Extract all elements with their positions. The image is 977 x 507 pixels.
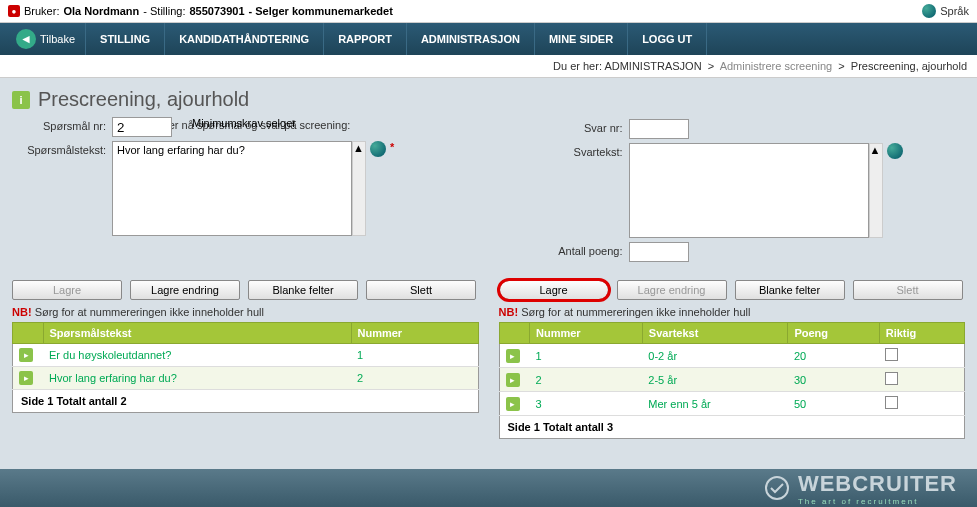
answers-table: Nummer Svartekst Poeng Riktig ▸ 1 0-2 år… bbox=[499, 322, 966, 416]
arrow-right-icon: ▸ bbox=[19, 348, 33, 362]
nb-prefix-a: NB! bbox=[499, 306, 519, 318]
tab-logg-ut[interactable]: LOGG UT bbox=[627, 23, 707, 55]
q-text: Hvor lang erfaring har du? bbox=[43, 367, 351, 390]
col-svartekst: Svartekst bbox=[642, 323, 788, 344]
lagre-endring-button-a[interactable]: Lagre endring bbox=[617, 280, 727, 300]
blanke-felter-button-a[interactable]: Blanke felter bbox=[735, 280, 845, 300]
bc-screening[interactable]: Administrere screening bbox=[720, 60, 833, 72]
q-num: 2 bbox=[351, 367, 478, 390]
translate-icon-r[interactable] bbox=[887, 143, 903, 159]
nb-warning-q: NB! Sørg for at nummereringen ikke inneh… bbox=[12, 306, 479, 318]
a-text: Mer enn 5 år bbox=[642, 392, 788, 416]
back-button[interactable]: ◄ Tilbake bbox=[6, 29, 85, 49]
main-nav: ◄ Tilbake STILLING KANDIDATHÅNDTERING RA… bbox=[0, 23, 977, 55]
svartekst-input[interactable] bbox=[629, 143, 869, 238]
col-nummer-a: Nummer bbox=[530, 323, 643, 344]
scroll-indicator-r: ▲ bbox=[869, 143, 883, 238]
footer: WEBCRUITER The art of recruitment bbox=[0, 469, 977, 507]
stilling-id: 855073901 bbox=[189, 5, 244, 17]
info-icon: i bbox=[12, 91, 30, 109]
tab-kandidat[interactable]: KANDIDATHÅNDTERING bbox=[164, 23, 323, 55]
a-text: 0-2 år bbox=[642, 344, 788, 368]
tab-admin[interactable]: ADMINISTRASJON bbox=[406, 23, 534, 55]
arrow-right-icon: ▸ bbox=[506, 373, 520, 387]
table-row[interactable]: ▸ 2 2-5 år 30 bbox=[499, 368, 965, 392]
translate-icon[interactable] bbox=[370, 141, 386, 157]
sporsmal-nr-input[interactable] bbox=[112, 117, 172, 137]
col-riktig: Riktig bbox=[879, 323, 964, 344]
scroll-indicator: ▲ bbox=[352, 141, 366, 236]
lagre-endring-button-q[interactable]: Lagre endring bbox=[130, 280, 240, 300]
a-poeng: 30 bbox=[788, 368, 879, 392]
bruker-name: Ola Nordmann bbox=[63, 5, 139, 17]
table-row[interactable]: ▸ 1 0-2 år 20 bbox=[499, 344, 965, 368]
table-row[interactable]: ▸ 3 Mer enn 5 år 50 bbox=[499, 392, 965, 416]
bc-prefix: Du er her: bbox=[553, 60, 602, 72]
a-num: 3 bbox=[530, 392, 643, 416]
language-selector[interactable]: Språk bbox=[922, 4, 969, 18]
sporsmalstekst-label: Spørsmålstekst: bbox=[12, 141, 112, 156]
globe-icon bbox=[922, 4, 936, 18]
col-nummer: Nummer bbox=[351, 323, 478, 344]
a-text: 2-5 år bbox=[642, 368, 788, 392]
svartekst-label: Svartekst: bbox=[499, 143, 629, 158]
svar-nr-label: Svar nr: bbox=[499, 119, 629, 134]
page-title-row: i Prescreening, ajourhold bbox=[12, 88, 965, 111]
a-poeng: 50 bbox=[788, 392, 879, 416]
q-text: Er du høyskoleutdannet? bbox=[43, 344, 351, 367]
nb-warning-a: NB! Sørg for at nummereringen ikke inneh… bbox=[499, 306, 966, 318]
col-sporsmalstekst: Spørsmålstekst bbox=[43, 323, 351, 344]
language-label: Språk bbox=[940, 5, 969, 17]
svar-nr-input[interactable] bbox=[629, 119, 689, 139]
user-bar: ● Bruker: Ola Nordmann - Stilling: 85507… bbox=[0, 0, 977, 23]
bc-admin[interactable]: ADMINISTRASJON bbox=[604, 60, 701, 72]
lagre-button-q[interactable]: Lagre bbox=[12, 280, 122, 300]
blanke-felter-button-q[interactable]: Blanke felter bbox=[248, 280, 358, 300]
slett-button-a[interactable]: Slett bbox=[853, 280, 963, 300]
bc-current: Prescreening, ajourhold bbox=[851, 60, 967, 72]
antall-poeng-input[interactable] bbox=[629, 242, 689, 262]
required-icon: * bbox=[390, 141, 394, 153]
svg-point-0 bbox=[766, 477, 788, 499]
record-icon: ● bbox=[8, 5, 20, 17]
sporsmal-nr-label: Spørsmål nr: bbox=[12, 117, 112, 132]
table-row[interactable]: ▸ Hvor lang erfaring har du? 2 bbox=[13, 367, 479, 390]
arrow-right-icon: ▸ bbox=[506, 349, 520, 363]
table-row[interactable]: ▸ Er du høyskoleutdannet? 1 bbox=[13, 344, 479, 367]
q-num: 1 bbox=[351, 344, 478, 367]
a-poeng: 20 bbox=[788, 344, 879, 368]
nb-prefix: NB! bbox=[12, 306, 32, 318]
definer-line2: Minimumskrav selger bbox=[192, 117, 296, 129]
pager-a: Side 1 Totalt antall 3 bbox=[499, 416, 966, 439]
riktig-checkbox[interactable] bbox=[885, 396, 898, 409]
logo-icon bbox=[764, 475, 790, 501]
col-poeng: Poeng bbox=[788, 323, 879, 344]
brand-tagline: The art of recruitment bbox=[798, 497, 957, 506]
back-arrow-icon: ◄ bbox=[16, 29, 36, 49]
arrow-right-icon: ▸ bbox=[506, 397, 520, 411]
brand-name: WEBCRUITER bbox=[798, 471, 957, 497]
sporsmalstekst-input[interactable]: Hvor lang erfaring har du? bbox=[112, 141, 352, 236]
a-num: 1 bbox=[530, 344, 643, 368]
page-title: Prescreening, ajourhold bbox=[38, 88, 249, 111]
tab-stilling[interactable]: STILLING bbox=[85, 23, 164, 55]
breadcrumb: Du er her: ADMINISTRASJON > Administrere… bbox=[0, 55, 977, 78]
nb-text: Sørg for at nummereringen ikke inneholde… bbox=[35, 306, 264, 318]
slett-button-q[interactable]: Slett bbox=[366, 280, 476, 300]
bruker-label: Bruker: bbox=[24, 5, 59, 17]
arrow-right-icon: ▸ bbox=[19, 371, 33, 385]
stilling-label: - Stilling: bbox=[143, 5, 185, 17]
pager-q: Side 1 Totalt antall 2 bbox=[12, 390, 479, 413]
back-label: Tilbake bbox=[40, 33, 75, 45]
tab-rapport[interactable]: RAPPORT bbox=[323, 23, 406, 55]
riktig-checkbox[interactable] bbox=[885, 348, 898, 361]
stilling-desc: - Selger kommunemarkedet bbox=[249, 5, 393, 17]
tab-mine-sider[interactable]: MINE SIDER bbox=[534, 23, 627, 55]
questions-table: Spørsmålstekst Nummer ▸ Er du høyskoleut… bbox=[12, 322, 479, 390]
a-num: 2 bbox=[530, 368, 643, 392]
lagre-button-a[interactable]: Lagre bbox=[499, 280, 609, 300]
riktig-checkbox[interactable] bbox=[885, 372, 898, 385]
antall-poeng-label: Antall poeng: bbox=[499, 242, 629, 257]
nb-text-a: Sørg for at nummereringen ikke inneholde… bbox=[521, 306, 750, 318]
